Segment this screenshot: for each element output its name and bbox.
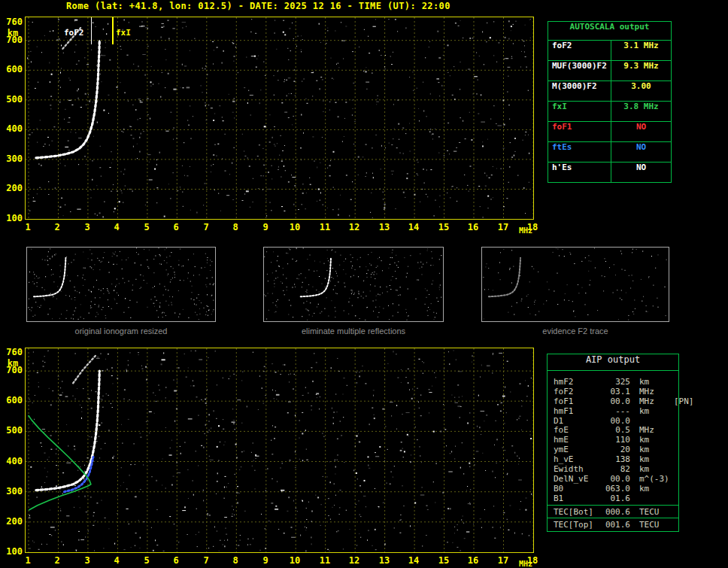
aip-row: TEC[Top]001.6TECU xyxy=(554,520,678,530)
x-tick-label: 16 xyxy=(468,555,478,566)
aip-row-value: 03.1 xyxy=(603,387,630,396)
x-tick-label: 17 xyxy=(498,555,508,566)
aip-row-unit: km xyxy=(639,484,672,494)
aip-row-name: h_vE xyxy=(554,454,603,464)
aip-row: h_vE138km xyxy=(554,454,678,464)
aip-row-name: Ewidth xyxy=(554,464,603,474)
aip-row-name: foE xyxy=(554,425,603,435)
aip-row-name: B0 xyxy=(554,484,603,494)
autoscala-row-value: NO xyxy=(611,142,671,162)
y-tick-label: 100 xyxy=(3,213,23,223)
aip-row-name: B1 xyxy=(554,494,603,503)
y-axis-unit-label: km xyxy=(3,358,23,369)
autoscala-row: h'EsNO xyxy=(548,162,671,182)
x-tick-label: 14 xyxy=(408,222,419,232)
x-tick-label: 1 xyxy=(25,555,30,566)
aip-row: Ewidth82km xyxy=(554,464,678,474)
autoscala-row: ftEsNO xyxy=(548,141,671,162)
aip-row-extra: [PN] xyxy=(674,396,694,406)
ionogram-canvas xyxy=(26,348,533,552)
aip-row-value: 063.0 xyxy=(603,484,630,494)
x-tick-label: 10 xyxy=(290,555,300,566)
foF2-marker-line xyxy=(91,17,92,44)
x-tick-label: 15 xyxy=(438,555,449,566)
aip-row-value: 000.6 xyxy=(603,507,630,517)
aip-row: B101.6 xyxy=(554,494,678,503)
autoscala-row-label: MUF(3000)F2 xyxy=(548,61,611,80)
x-tick-label: 11 xyxy=(320,222,330,232)
aip-row-name: DelN_vE xyxy=(554,474,603,484)
aip-row-value: 0.5 xyxy=(603,425,630,435)
y-tick-label: 600 xyxy=(3,64,23,74)
y-tick-label: 400 xyxy=(3,456,23,466)
aip-row-name: hmF2 xyxy=(554,377,603,387)
autoscala-table-rows: foF23.1 MHzMUF(3000)F29.3 MHzM(3000)F23.… xyxy=(548,40,671,182)
aip-row-unit: km xyxy=(639,406,672,416)
aip-row-name: D1 xyxy=(554,416,603,426)
autoscala-row-value: 3.1 MHz xyxy=(611,41,671,60)
aip-row-unit: km xyxy=(639,377,672,387)
aip-row-unit: TECU xyxy=(639,507,672,517)
autoscala-window: Rome (lat: +41.8, lon: 012.5) - DATE: 20… xyxy=(0,0,728,568)
y-tick-label: 400 xyxy=(3,123,23,134)
x-tick-label: 7 xyxy=(203,555,208,566)
autoscala-row: M(3000)F23.00 xyxy=(548,80,671,101)
x-tick-label: 7 xyxy=(203,222,208,232)
aip-row: foF100.0MHz[PN] xyxy=(554,396,678,406)
x-tick-label: 9 xyxy=(262,222,268,232)
x-tick-label: 6 xyxy=(173,555,178,566)
aip-row: hmE110km xyxy=(554,435,678,445)
thumbnail-canvas xyxy=(482,248,669,321)
aip-table-rows: hmF2325kmfoF203.1MHzfoF100.0MHz[PN]hmF1-… xyxy=(548,371,678,531)
autoscala-output-table: AUTOSCALA output foF23.1 MHzMUF(3000)F29… xyxy=(548,21,672,183)
y-tick-label: 500 xyxy=(3,425,23,436)
autoscala-row-value: 3.00 xyxy=(611,81,671,101)
y-tick-label: 200 xyxy=(3,183,23,193)
autoscala-row: foF1NO xyxy=(548,121,671,141)
aip-row-value: 00.0 xyxy=(603,396,630,406)
x-tick-label: 5 xyxy=(144,222,149,232)
aip-row-unit: km xyxy=(639,435,672,445)
autoscala-row-label: M(3000)F2 xyxy=(548,81,611,101)
aip-row: hmF2325km xyxy=(554,377,678,387)
aip-row-value: 01.6 xyxy=(603,494,630,503)
x-tick-label: 13 xyxy=(379,222,390,232)
y-tick-label: 760 xyxy=(3,347,23,357)
x-tick-label: 10 xyxy=(290,222,300,232)
aip-row-name: foF1 xyxy=(554,396,603,406)
x-tick-label: 8 xyxy=(232,222,238,232)
aip-row-name: TEC[Bot] xyxy=(554,507,603,517)
aip-row: foF203.1MHz xyxy=(554,387,678,396)
thumbnail-caption-reflections: eliminate multiple reflections xyxy=(263,327,444,336)
aip-row: foE0.5MHz xyxy=(554,425,678,435)
aip-row-unit: km xyxy=(639,445,672,454)
top-ionogram-plot: foF2fxI xyxy=(25,17,534,220)
aip-row: DelN_vE00.0m^(-3) xyxy=(554,474,678,484)
autoscala-row: foF23.1 MHz xyxy=(548,40,671,60)
aip-row: hmF1---km xyxy=(554,406,678,416)
autoscala-row-label: h'Es xyxy=(548,163,611,182)
y-axis-unit-label: km xyxy=(3,28,23,38)
aip-row-value: 001.6 xyxy=(603,520,630,530)
aip-row-value: 82 xyxy=(603,464,630,474)
aip-row-value: 138 xyxy=(603,454,630,464)
y-tick-label: 500 xyxy=(3,94,23,105)
aip-row: B0063.0km xyxy=(554,484,678,494)
autoscala-row-label: fxI xyxy=(548,102,611,121)
aip-row: D100.0 xyxy=(554,416,678,426)
aip-row-unit: MHz xyxy=(639,425,672,435)
aip-row-name: TEC[Top] xyxy=(554,520,603,530)
thumbnail-caption-original: original ionogram resized xyxy=(26,327,216,336)
bottom-ionogram-plot xyxy=(25,348,534,553)
station-header: Rome (lat: +41.8, lon: 012.5) - DATE: 20… xyxy=(66,1,450,11)
x-tick-label: 17 xyxy=(498,222,508,232)
thumbnail-canvas xyxy=(27,248,215,321)
x-tick-label: 4 xyxy=(114,222,119,232)
aip-row-unit xyxy=(639,416,672,426)
x-tick-label: 11 xyxy=(320,555,330,566)
thumbnail-original-ionogram xyxy=(26,247,216,322)
x-tick-label: 2 xyxy=(54,555,59,566)
autoscala-row-value: 3.8 MHz xyxy=(611,102,671,121)
aip-row-unit xyxy=(639,494,672,503)
autoscala-row-value: 9.3 MHz xyxy=(611,61,671,80)
